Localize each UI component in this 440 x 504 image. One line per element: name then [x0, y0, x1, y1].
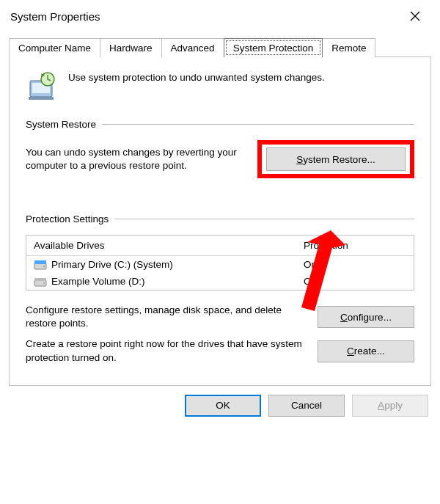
col-header-drives: Available Drives	[26, 235, 296, 256]
close-button[interactable]	[400, 6, 430, 26]
table-row[interactable]: Primary Drive (C:) (System) On	[26, 256, 414, 273]
titlebar: System Properties	[0, 0, 440, 31]
drive-protection: On	[296, 256, 414, 273]
svg-rect-5	[34, 260, 46, 264]
create-button[interactable]: Create...	[318, 340, 414, 362]
table-row[interactable]: Example Volume (D:) Off	[26, 273, 414, 290]
window-title: System Properties	[10, 10, 100, 23]
configure-desc: Configure restore settings, manage disk …	[26, 304, 304, 330]
cancel-button[interactable]: Cancel	[268, 395, 345, 417]
close-icon	[410, 11, 420, 21]
table-header-row: Available Drives Protection	[26, 235, 414, 256]
system-restore-button[interactable]: System Restore...	[266, 147, 406, 171]
configure-button[interactable]: Configure...	[318, 306, 414, 328]
drive-protection: Off	[296, 273, 414, 290]
drive-name: Example Volume (D:)	[51, 276, 145, 287]
divider	[114, 219, 414, 219]
drive-name: Primary Drive (C:) (System)	[51, 259, 173, 270]
annotation-highlight-box: System Restore...	[257, 140, 414, 178]
tab-advanced[interactable]: Advanced	[161, 38, 224, 57]
svg-point-9	[43, 282, 45, 284]
intro-row: Use system protection to undo unwanted s…	[26, 70, 414, 103]
col-header-protection: Protection	[296, 235, 414, 256]
svg-rect-8	[34, 278, 46, 281]
apply-button: Apply	[352, 395, 428, 417]
divider	[102, 124, 414, 125]
tab-strip: Computer Name Hardware Advanced System P…	[9, 38, 431, 57]
drives-table: Available Drives Protection Primary Driv…	[26, 235, 414, 291]
tab-system-protection[interactable]: System Protection	[224, 38, 323, 57]
protection-settings-heading: Protection Settings	[26, 213, 109, 224]
svg-point-6	[43, 266, 45, 267]
svg-rect-2	[29, 97, 54, 100]
tab-pane: Use system protection to undo unwanted s…	[9, 56, 431, 386]
intro-text: Use system protection to undo unwanted s…	[68, 70, 325, 83]
tab-computer-name[interactable]: Computer Name	[9, 38, 100, 57]
tab-remote[interactable]: Remote	[322, 38, 375, 57]
system-restore-desc: You can undo system changes by reverting…	[26, 146, 244, 172]
dialog-footer: OK Cancel Apply	[0, 386, 440, 427]
system-restore-icon	[26, 70, 58, 103]
create-desc: Create a restore point right now for the…	[26, 337, 304, 364]
ok-button[interactable]: OK	[185, 395, 261, 417]
protection-settings-section: Protection Settings Available Drives Pro…	[26, 213, 414, 365]
system-restore-section: System Restore You can undo system chang…	[26, 119, 414, 178]
tab-hardware[interactable]: Hardware	[100, 38, 162, 57]
drive-icon	[34, 277, 47, 287]
drive-icon	[34, 260, 47, 270]
system-restore-heading: System Restore	[26, 119, 96, 130]
